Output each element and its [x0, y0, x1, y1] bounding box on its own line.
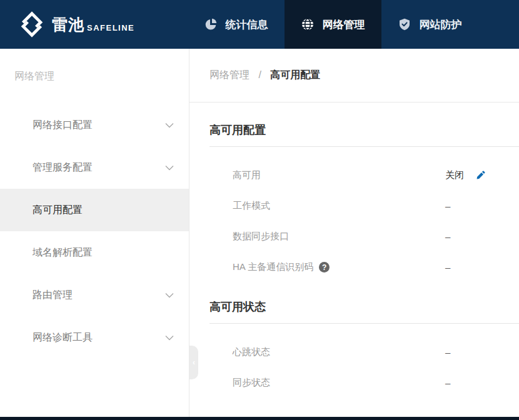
- nav-tab-network-management[interactable]: 网络管理: [285, 0, 381, 49]
- row-label: 心跳状态: [233, 346, 445, 358]
- sidebar-item-label: 网络诊断工具: [33, 331, 165, 344]
- globe-icon: [301, 18, 314, 31]
- main-nav: 统计信息 网络管理 网站防护: [188, 0, 519, 49]
- chevron-down-icon: [165, 292, 174, 298]
- edit-button[interactable]: [475, 170, 486, 181]
- nav-tab-label: 网络管理: [323, 18, 365, 32]
- breadcrumb-current: 高可用配置: [270, 69, 320, 80]
- main-panel: 网络管理 / 高可用配置 高可用配置 高可用 关闭: [189, 49, 519, 417]
- sidebar-item-label: 网络接口配置: [33, 119, 165, 132]
- safeline-logo-icon: [18, 10, 46, 39]
- nav-tab-label: 统计信息: [226, 18, 268, 32]
- sidebar: 网络管理 网络接口配置 管理服务配置 高可用配置 域名解析配置 路由管理: [0, 49, 189, 417]
- top-nav: 雷池 SAFELINE 统计信息 网络管理: [0, 0, 519, 49]
- chevron-down-icon: [165, 122, 174, 128]
- row-ha-communication-id: HA 主备通信识别码 ? –: [209, 252, 519, 282]
- nav-tab-label: 网站防护: [420, 18, 462, 32]
- sidebar-item-label: 高可用配置: [33, 204, 174, 217]
- row-label: 数据同步接口: [233, 231, 445, 242]
- sidebar-item-management-service-config[interactable]: 管理服务配置: [0, 146, 189, 189]
- sidebar-item-label: 域名解析配置: [33, 246, 174, 259]
- sidebar-item-label: 管理服务配置: [33, 161, 165, 174]
- row-label: 工作模式: [233, 200, 445, 212]
- brand-name-en: SAFELINE: [87, 23, 134, 32]
- sidebar-item-label: 路由管理: [33, 289, 165, 302]
- page-body: 网络管理 网络接口配置 管理服务配置 高可用配置 域名解析配置 路由管理: [0, 49, 519, 417]
- sidebar-item-network-interface-config[interactable]: 网络接口配置: [0, 104, 189, 146]
- nav-tab-statistics[interactable]: 统计信息: [188, 0, 285, 49]
- row-label-text: HA 主备通信识别码: [233, 261, 313, 273]
- sidebar-item-high-availability-config[interactable]: 高可用配置: [0, 189, 189, 231]
- row-label: 高可用: [233, 169, 445, 181]
- brand-name-cn: 雷池: [52, 14, 84, 35]
- pie-chart-icon: [204, 18, 217, 31]
- chevron-left-icon: ‹: [193, 358, 195, 367]
- row-sync-status: 同步状态 –: [209, 368, 519, 398]
- breadcrumb-bar: 网络管理 / 高可用配置: [189, 49, 519, 102]
- row-value: –: [445, 347, 450, 358]
- row-data-sync-interface: 数据同步接口 –: [209, 221, 519, 252]
- nav-tab-website-protection[interactable]: 网站防护: [381, 0, 478, 49]
- bottom-bar: [0, 417, 519, 420]
- breadcrumb: 网络管理 / 高可用配置: [209, 69, 320, 82]
- chevron-down-icon: [165, 335, 174, 341]
- brand-logo[interactable]: 雷池 SAFELINE: [0, 0, 188, 49]
- row-label: 同步状态: [233, 377, 445, 389]
- row-value: –: [445, 378, 450, 388]
- row-value: –: [445, 231, 450, 242]
- row-high-availability: 高可用 关闭: [209, 160, 519, 191]
- content-area: 高可用配置 高可用 关闭 工作模式: [189, 122, 519, 398]
- ha-status-rows: 心跳状态 – 同步状态 –: [209, 337, 519, 398]
- sidebar-title: 网络管理: [0, 49, 189, 104]
- row-label: HA 主备通信识别码 ?: [233, 261, 445, 273]
- row-value: –: [445, 262, 450, 272]
- breadcrumb-separator: /: [258, 69, 261, 80]
- chevron-down-icon: [165, 165, 174, 171]
- sidebar-item-route-management[interactable]: 路由管理: [0, 274, 189, 316]
- breadcrumb-parent-link[interactable]: 网络管理: [209, 69, 249, 80]
- sidebar-collapse-handle[interactable]: ‹: [189, 346, 198, 379]
- row-heartbeat-status: 心跳状态 –: [209, 337, 519, 368]
- sidebar-item-dns-config[interactable]: 域名解析配置: [0, 231, 189, 274]
- help-icon[interactable]: ?: [319, 262, 330, 272]
- section-title-ha-config: 高可用配置: [209, 122, 519, 147]
- ha-config-rows: 高可用 关闭 工作模式 –: [209, 160, 519, 282]
- sidebar-item-network-diagnostic-tools[interactable]: 网络诊断工具: [0, 316, 189, 359]
- row-work-mode: 工作模式 –: [209, 191, 519, 221]
- shield-check-icon: [398, 18, 411, 31]
- pencil-edit-icon: [475, 170, 486, 181]
- section-title-ha-status: 高可用状态: [209, 299, 519, 324]
- row-value: –: [445, 201, 450, 211]
- row-value: 关闭: [445, 169, 464, 181]
